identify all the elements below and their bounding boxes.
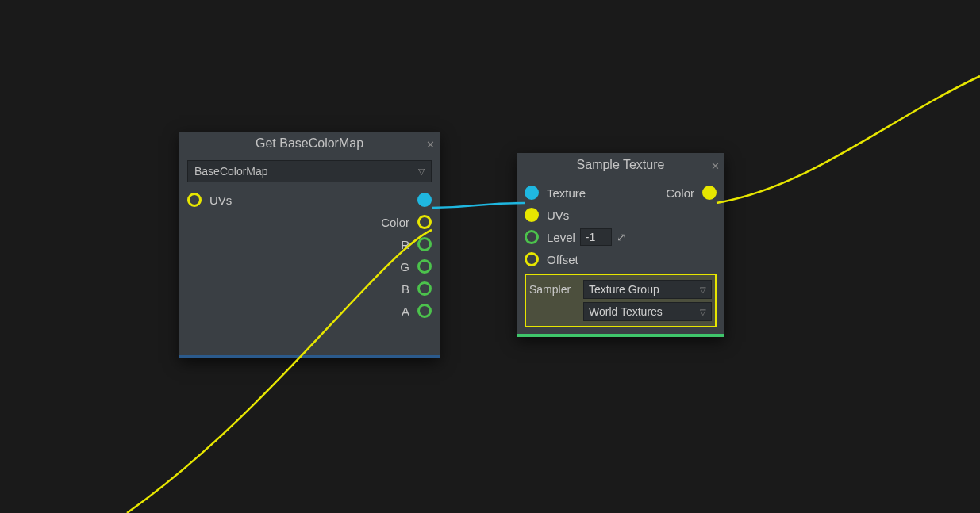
output-g[interactable]: G [381, 255, 432, 278]
node-footer [179, 355, 440, 358]
input-level[interactable]: Level -1 ⤢ [525, 226, 717, 248]
output-label: B [402, 282, 409, 296]
level-value-field[interactable]: -1 [580, 228, 612, 246]
port-icon[interactable] [417, 259, 432, 274]
input-label: Texture [547, 186, 586, 200]
input-label: UVs [209, 193, 232, 207]
node-get-basecolormap[interactable]: Get BaseColorMap ✕ BaseColorMap ▽ UVs Co… [179, 132, 440, 358]
sampler-dropdown-2[interactable]: World Textures ▽ [583, 302, 712, 321]
port-icon[interactable] [417, 215, 432, 229]
node-wires [0, 0, 980, 513]
sampler-label: Sampler [529, 283, 583, 296]
input-uvs[interactable]: UVs [525, 204, 717, 226]
input-label: Offset [547, 253, 578, 266]
output-label: A [402, 304, 409, 318]
dropdown-value: BaseColorMap [194, 165, 268, 178]
basecolormap-dropdown[interactable]: BaseColorMap ▽ [187, 160, 432, 182]
port-icon[interactable] [417, 193, 432, 207]
output-a[interactable]: A [381, 300, 432, 322]
output-label: Color [666, 186, 694, 200]
expand-icon[interactable]: ⤢ [617, 231, 626, 243]
node-header[interactable]: Sample Texture ✕ [517, 153, 724, 177]
port-icon[interactable] [525, 186, 539, 200]
chevron-down-icon: ▽ [700, 285, 706, 294]
output-r[interactable]: R [381, 233, 432, 255]
input-offset[interactable]: Offset [525, 248, 717, 270]
chevron-down-icon: ▽ [418, 167, 425, 177]
output-b[interactable]: B [381, 278, 432, 300]
port-icon[interactable] [187, 193, 202, 207]
port-icon[interactable] [525, 252, 539, 266]
sampler-dropdown-1[interactable]: Texture Group ▽ [583, 280, 712, 299]
input-uvs[interactable]: UVs [187, 189, 232, 211]
port-icon[interactable] [525, 208, 539, 222]
node-header[interactable]: Get BaseColorMap ✕ [179, 132, 440, 155]
input-label: UVs [547, 209, 569, 222]
node-title: Sample Texture [577, 158, 665, 171]
port-icon[interactable] [417, 281, 432, 296]
node-title: Get BaseColorMap [256, 136, 363, 150]
output-texture[interactable] [381, 189, 432, 211]
port-icon[interactable] [417, 304, 432, 318]
port-icon[interactable] [702, 186, 717, 200]
output-label: G [400, 260, 409, 274]
dropdown-value: Texture Group [589, 283, 659, 296]
node-footer [517, 334, 724, 337]
input-label: Level [547, 231, 575, 244]
close-icon[interactable]: ✕ [426, 133, 435, 157]
output-label: Color [381, 216, 409, 229]
port-icon[interactable] [525, 230, 539, 244]
sampler-highlight: Sampler Texture Group ▽ World Textures ▽ [525, 274, 717, 327]
dropdown-value: World Textures [589, 305, 663, 318]
node-sample-texture[interactable]: Sample Texture ✕ Color Texture UVs Level… [517, 153, 724, 337]
output-color[interactable]: Color [381, 211, 432, 233]
output-label: R [401, 238, 409, 251]
output-color[interactable]: Color [666, 182, 717, 204]
port-icon[interactable] [417, 237, 432, 251]
close-icon[interactable]: ✕ [711, 155, 720, 178]
chevron-down-icon: ▽ [700, 308, 706, 316]
